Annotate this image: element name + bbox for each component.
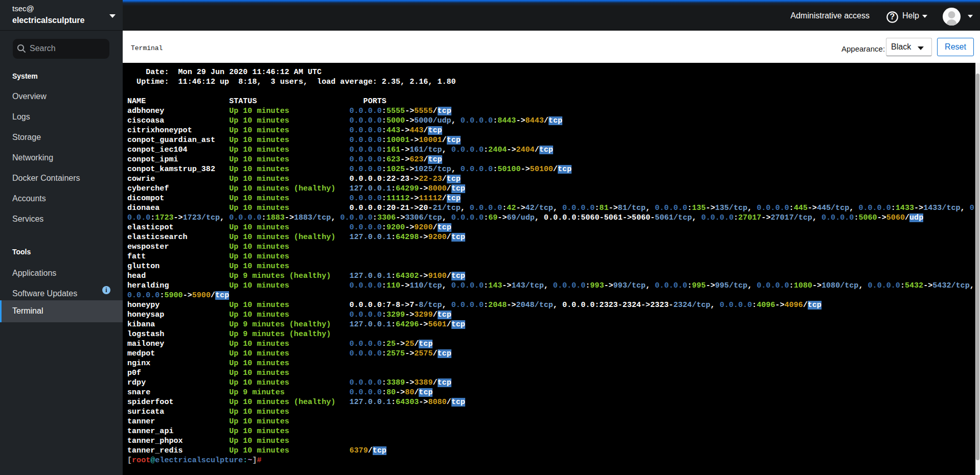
svg-text:?: ?	[890, 12, 895, 21]
